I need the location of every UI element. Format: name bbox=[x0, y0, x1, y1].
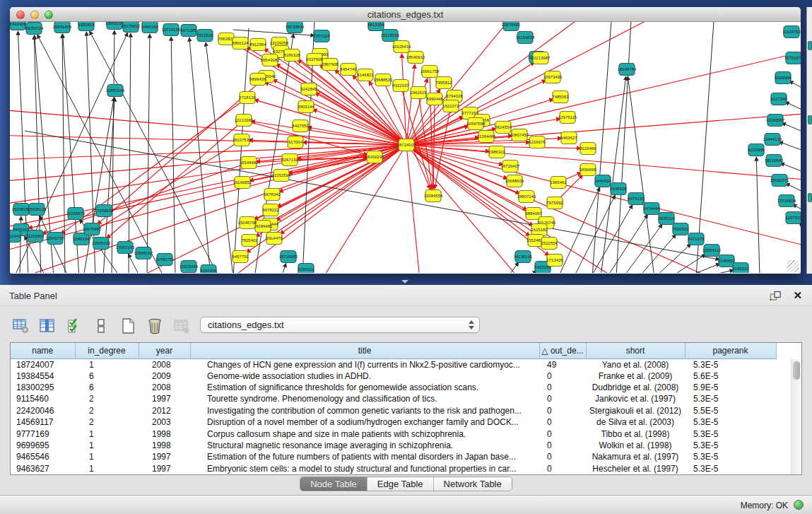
column-header-title[interactable]: title bbox=[190, 343, 539, 358]
graph-node[interactable]: 15938128 bbox=[28, 204, 47, 216]
graph-node[interactable]: 7485063 bbox=[552, 91, 569, 103]
graph-node[interactable]: 15692971 bbox=[770, 175, 789, 187]
splitter-handle[interactable] bbox=[401, 280, 408, 284]
graph-node[interactable]: 9457791 bbox=[232, 251, 249, 263]
scrollbar-thumb[interactable] bbox=[793, 361, 800, 380]
graph-node[interactable]: 8427552 bbox=[292, 120, 309, 132]
graph-node[interactable]: 12505135 bbox=[92, 238, 111, 250]
graph-node[interactable]: 19055724 bbox=[25, 23, 44, 35]
row-checks-button[interactable] bbox=[65, 317, 83, 335]
graph-node[interactable]: 9242845 bbox=[300, 83, 317, 95]
graph-node[interactable]: 12353594 bbox=[272, 170, 291, 182]
graph-node[interactable]: 1621072 bbox=[442, 100, 459, 112]
graph-node[interactable]: 9899436 bbox=[249, 74, 266, 86]
graph-node[interactable]: 2935114 bbox=[659, 213, 676, 225]
column-header-pagerank[interactable]: pagerank bbox=[685, 343, 776, 358]
graph-node[interactable]: 8990448 bbox=[426, 93, 443, 105]
graph-node[interactable]: 3624554 bbox=[495, 122, 512, 134]
graph-node[interactable]: 8813054 bbox=[367, 22, 384, 31]
graph-node[interactable]: 6479197 bbox=[628, 193, 645, 205]
graph-node[interactable]: 16648784 bbox=[618, 64, 637, 76]
table-row[interactable]: 946554611997Estimation of the future num… bbox=[11, 451, 776, 462]
graph-node[interactable]: 17359934 bbox=[95, 205, 114, 217]
tab-node-table[interactable]: Node Table bbox=[300, 477, 367, 491]
graph-node[interactable]: 7515526 bbox=[196, 30, 213, 42]
graph-node[interactable]: 18210643 bbox=[765, 155, 784, 167]
table-row[interactable]: 1872400712008Changes of HCN gene express… bbox=[11, 358, 776, 370]
graph-node[interactable]: 15716485 bbox=[279, 251, 298, 263]
table-row[interactable]: 1456911722003Disruption of a novel membe… bbox=[11, 416, 776, 428]
graph-node[interactable]: 18107534 bbox=[233, 134, 252, 146]
graph-node[interactable]: 7557224 bbox=[313, 30, 330, 42]
graph-node[interactable]: 10497568 bbox=[466, 118, 486, 130]
graph-node[interactable]: 1640934 bbox=[594, 175, 611, 187]
graph-node[interactable]: 8471676 bbox=[688, 233, 705, 245]
graph-node[interactable]: 7825402 bbox=[241, 235, 258, 247]
table-mode-button[interactable] bbox=[11, 317, 30, 335]
graph-node[interactable]: 19166852 bbox=[233, 177, 252, 189]
network-table-select[interactable]: citations_edges.txt bbox=[200, 317, 480, 333]
graph-node[interactable]: 16961758 bbox=[420, 66, 440, 78]
graph-node[interactable]: 16720407 bbox=[501, 160, 520, 173]
graph-node[interactable]: 10975487 bbox=[83, 223, 102, 235]
graph-node[interactable]: 6216676 bbox=[529, 136, 546, 148]
graph-node[interactable]: 20876682 bbox=[502, 22, 521, 31]
tab-network-table[interactable]: Network Table bbox=[433, 477, 512, 491]
graph-node[interactable]: 19384554 bbox=[424, 190, 443, 202]
graph-node[interactable]: 15046766 bbox=[238, 217, 257, 229]
graph-node[interactable]: 18807243 bbox=[517, 191, 536, 203]
graph-node[interactable]: 2986322 bbox=[488, 146, 505, 158]
graph-node[interactable]: 9115460 bbox=[580, 143, 597, 155]
float-panel-icon[interactable] bbox=[770, 291, 781, 301]
graph-node[interactable]: 20206576 bbox=[66, 208, 86, 220]
graph-node[interactable]: 15276602 bbox=[122, 22, 141, 33]
memory-indicator-icon[interactable] bbox=[794, 500, 804, 510]
graph-node[interactable]: 8186328 bbox=[283, 49, 300, 62]
graph-node[interactable]: 15218506 bbox=[381, 30, 400, 42]
graph-node[interactable]: 2522554 bbox=[541, 238, 558, 250]
close-panel-icon[interactable]: ✕ bbox=[793, 289, 802, 302]
graph-node[interactable]: 9699695 bbox=[579, 164, 596, 176]
graph-node[interactable]: 16782759 bbox=[155, 254, 175, 266]
graph-node[interactable]: 12213369 bbox=[235, 115, 254, 127]
network-window-titlebar[interactable]: citations_edges.txt bbox=[10, 7, 801, 22]
graph-node[interactable]: 12923446 bbox=[180, 261, 199, 273]
delete-column-button[interactable] bbox=[146, 317, 164, 335]
graph-node[interactable]: 5678342 bbox=[264, 189, 281, 201]
graph-node[interactable]: 10958167 bbox=[134, 247, 153, 259]
graph-node[interactable]: 8322037 bbox=[392, 80, 409, 92]
table-row[interactable]: 1938455462009Genome-wide association stu… bbox=[11, 370, 776, 382]
new-column-button[interactable] bbox=[119, 317, 137, 335]
graph-node[interactable]: 9329966 bbox=[775, 72, 792, 84]
graph-node[interactable]: 9215958 bbox=[748, 144, 765, 156]
column-header-year[interactable]: year bbox=[139, 343, 190, 358]
row-height-button[interactable] bbox=[92, 317, 110, 335]
graph-node[interactable]: 10325419 bbox=[392, 41, 411, 53]
graph-node[interactable]: 18300295 bbox=[365, 151, 384, 163]
graph-node[interactable]: 6671385 bbox=[180, 25, 197, 37]
delete-table-button[interactable] bbox=[172, 317, 191, 335]
graph-node[interactable]: 2718126 bbox=[239, 92, 256, 104]
table-row[interactable]: 969969511998Structural magnetic resonanc… bbox=[11, 440, 776, 451]
graph-node[interactable]: 10807457 bbox=[510, 129, 529, 141]
graph-node[interactable]: 7975692 bbox=[546, 197, 563, 209]
graph-node[interactable]: 16549482 bbox=[240, 157, 259, 169]
graph-node[interactable]: 2803144 bbox=[298, 101, 314, 113]
column-header-out_de[interactable]: △ out_de... bbox=[539, 343, 586, 358]
graph-node[interactable]: 15688520 bbox=[374, 74, 393, 86]
graph-node[interactable]: 21364486 bbox=[477, 131, 496, 143]
graph-node[interactable]: 8912954 bbox=[249, 39, 266, 51]
graph-node[interactable]: 16033809 bbox=[286, 22, 305, 33]
graph-node[interactable]: 3913341 bbox=[10, 230, 21, 243]
graph-node[interactable]: 1962615 bbox=[410, 87, 427, 99]
graph-node[interactable]: 12942757 bbox=[46, 233, 65, 245]
table-scrollbar[interactable] bbox=[791, 359, 801, 474]
graph-node[interactable]: 12093587 bbox=[766, 115, 785, 127]
graph-node[interactable]: 7955812 bbox=[435, 77, 452, 89]
graph-node[interactable]: 18724007 bbox=[397, 139, 416, 151]
graph-node[interactable]: 9678222 bbox=[262, 204, 279, 216]
graph-node[interactable]: 9337508 bbox=[306, 54, 323, 66]
table-row[interactable]: 977716911998Corpus callosum shape and si… bbox=[11, 428, 776, 439]
graph-node[interactable]: 9245012 bbox=[732, 263, 749, 274]
graph-node[interactable]: 12213987 bbox=[531, 52, 551, 64]
